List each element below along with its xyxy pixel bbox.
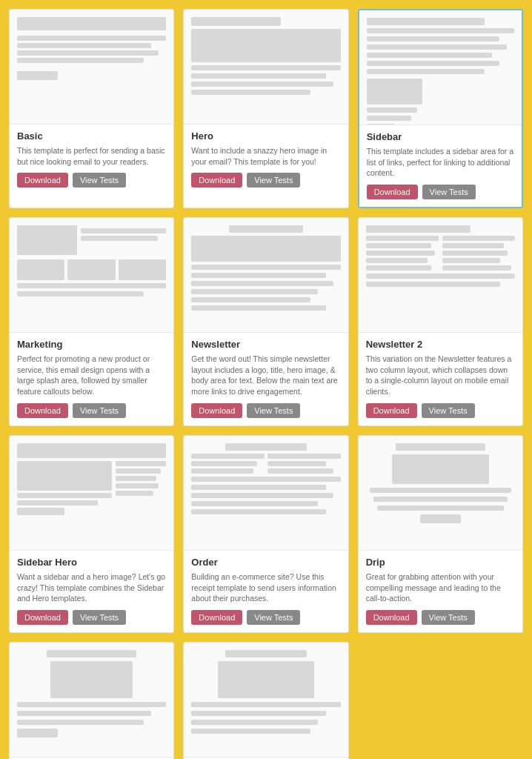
view-tests-button-newsletter2[interactable]: View Tests	[422, 403, 475, 418]
download-button-newsletter[interactable]: Download	[191, 403, 242, 418]
template-preview-sidebar	[359, 10, 522, 125]
template-card-sidebar-hero: Sidebar Hero Want a sidebar and a hero i…	[9, 435, 174, 633]
template-actions-sidebar: Download View Tests	[367, 185, 514, 199]
download-button-basic[interactable]: Download	[17, 173, 68, 188]
download-button-marketing[interactable]: Download	[17, 403, 68, 418]
template-card-basic: Basic This template is perfect for sendi…	[9, 9, 174, 208]
template-desc-newsletter2: This variation on the Newsletter feature…	[366, 354, 515, 397]
template-actions-sidebar-hero: Download View Tests	[17, 610, 166, 625]
template-card-drip: Drip Great for grabbing attention with y…	[358, 435, 523, 633]
template-preview-newsletter2	[359, 218, 522, 333]
template-preview-welcome	[184, 643, 348, 758]
download-button-order[interactable]: Download	[191, 610, 242, 625]
template-info-sidebar: Sidebar This template includes a sidebar…	[359, 125, 522, 207]
view-tests-button-basic[interactable]: View Tests	[73, 173, 126, 188]
template-info-order: Order Building an e-commerce site? Use t…	[184, 551, 348, 632]
template-actions-hero: Download View Tests	[191, 173, 340, 188]
template-title-newsletter2: Newsletter 2	[366, 339, 515, 350]
template-desc-marketing: Perfect for promoting a new product or s…	[17, 354, 166, 397]
view-tests-button-hero[interactable]: View Tests	[247, 173, 300, 188]
template-info-sidebar-hero: Sidebar Hero Want a sidebar and a hero i…	[10, 551, 173, 632]
download-button-newsletter2[interactable]: Download	[366, 403, 417, 418]
template-title-newsletter: Newsletter	[191, 339, 340, 350]
template-title-order: Order	[191, 557, 340, 568]
template-preview-sidebar-hero	[10, 436, 173, 551]
template-preview-password-reset	[10, 643, 173, 758]
template-info-basic: Basic This template is perfect for sendi…	[10, 125, 173, 195]
template-preview-basic	[10, 10, 173, 125]
view-tests-button-order[interactable]: View Tests	[247, 610, 300, 625]
template-title-hero: Hero	[191, 130, 340, 142]
template-card-order: Order Building an e-commerce site? Use t…	[183, 435, 348, 633]
template-actions-newsletter: Download View Tests	[191, 403, 340, 418]
template-title-marketing: Marketing	[17, 339, 166, 350]
download-button-sidebar-hero[interactable]: Download	[17, 610, 68, 625]
template-title-sidebar-hero: Sidebar Hero	[17, 557, 166, 568]
template-actions-basic: Download View Tests	[17, 173, 166, 188]
template-title-drip: Drip	[366, 557, 515, 568]
template-card-hero: Hero Want to include a snazzy hero image…	[183, 9, 348, 208]
template-preview-hero	[184, 10, 348, 125]
template-desc-hero: Want to include a snazzy hero image in y…	[191, 145, 340, 167]
template-card-password-reset: Password Reset Everyone forgets their pa…	[9, 642, 174, 759]
template-preview-order	[184, 436, 348, 551]
download-button-sidebar[interactable]: Download	[367, 185, 418, 199]
template-preview-drip	[359, 436, 522, 551]
template-card-newsletter: Newsletter Get the word out! This simple…	[183, 217, 348, 426]
view-tests-button-newsletter[interactable]: View Tests	[247, 403, 300, 418]
template-preview-marketing	[10, 218, 173, 333]
template-card-newsletter2: Newsletter 2 This variation on the Newsl…	[358, 217, 523, 426]
template-desc-sidebar: This template includes a sidebar area fo…	[367, 146, 514, 179]
template-desc-basic: This template is perfect for sending a b…	[17, 145, 166, 167]
download-button-hero[interactable]: Download	[191, 173, 242, 188]
template-actions-newsletter2: Download View Tests	[366, 403, 515, 418]
template-actions-marketing: Download View Tests	[17, 403, 166, 418]
template-desc-drip: Great for grabbing attention with your c…	[366, 571, 515, 604]
template-card-welcome: Welcome Featuring space for a large welc…	[183, 642, 348, 759]
view-tests-button-sidebar-hero[interactable]: View Tests	[73, 610, 126, 625]
template-info-drip: Drip Great for grabbing attention with y…	[359, 551, 522, 632]
template-info-newsletter: Newsletter Get the word out! This simple…	[184, 333, 348, 425]
template-desc-order: Building an e-commerce site? Use this re…	[191, 571, 340, 604]
view-tests-button-sidebar[interactable]: View Tests	[422, 185, 476, 199]
template-info-newsletter2: Newsletter 2 This variation on the Newsl…	[359, 333, 522, 425]
template-info-marketing: Marketing Perfect for promoting a new pr…	[10, 333, 173, 425]
template-grid: Basic This template is perfect for sendi…	[9, 9, 523, 759]
template-title-sidebar: Sidebar	[367, 131, 514, 142]
download-button-drip[interactable]: Download	[366, 610, 417, 625]
template-card-marketing: Marketing Perfect for promoting a new pr…	[9, 217, 174, 426]
view-tests-button-drip[interactable]: View Tests	[422, 610, 475, 625]
template-desc-sidebar-hero: Want a sidebar and a hero image? Let's g…	[17, 571, 166, 604]
template-actions-drip: Download View Tests	[366, 610, 515, 625]
template-card-sidebar: Sidebar This template includes a sidebar…	[358, 9, 523, 208]
template-title-basic: Basic	[17, 130, 166, 142]
template-preview-newsletter	[184, 218, 348, 333]
template-info-hero: Hero Want to include a snazzy hero image…	[184, 125, 348, 195]
template-actions-order: Download View Tests	[191, 610, 340, 625]
view-tests-button-marketing[interactable]: View Tests	[73, 403, 126, 418]
template-desc-newsletter: Get the word out! This simple newsletter…	[191, 354, 340, 397]
